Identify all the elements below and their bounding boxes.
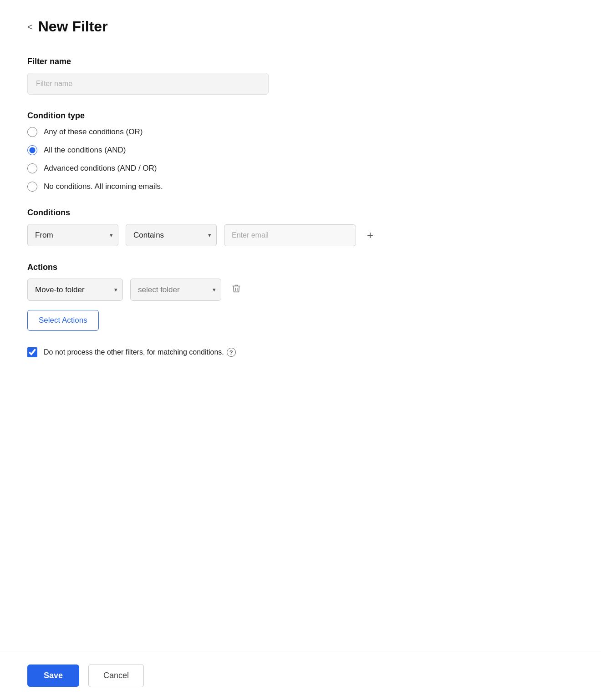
no-process-checkbox-row: Do not process the other filters, for ma…	[27, 347, 574, 357]
no-process-checkbox[interactable]	[27, 347, 37, 357]
radio-item-none[interactable]: No conditions. All incoming emails.	[27, 182, 574, 192]
footer: Save Cancel	[0, 651, 601, 700]
action-select-wrapper: Move-to folder Mark as read Delete Forwa…	[27, 279, 123, 301]
conditions-row: From To Subject Body ▾ Contains Does not…	[27, 224, 574, 246]
radio-advanced-label: Advanced conditions (AND / OR)	[44, 164, 157, 173]
radio-item-and[interactable]: All the conditions (AND)	[27, 145, 574, 155]
radio-none[interactable]	[27, 182, 37, 192]
filter-name-label: Filter name	[27, 57, 574, 66]
no-process-label: Do not process the other filters, for ma…	[44, 348, 236, 357]
condition-type-section: Condition type Any of these conditions (…	[27, 111, 574, 192]
radio-or-label: Any of these conditions (OR)	[44, 127, 143, 137]
save-button[interactable]: Save	[27, 664, 79, 687]
action-select[interactable]: Move-to folder Mark as read Delete Forwa…	[27, 279, 123, 301]
radio-none-label: No conditions. All incoming emails.	[44, 182, 163, 191]
add-condition-button[interactable]: +	[363, 228, 377, 243]
delete-action-button[interactable]	[229, 281, 244, 299]
select-actions-button[interactable]: Select Actions	[27, 310, 99, 331]
contains-select[interactable]: Contains Does not contain Is Is not	[126, 224, 217, 246]
contains-select-wrapper: Contains Does not contain Is Is not ▾	[126, 224, 217, 246]
radio-advanced[interactable]	[27, 163, 37, 173]
folder-select[interactable]: select folder Inbox Archive Spam Trash	[130, 279, 221, 301]
trash-icon	[231, 284, 241, 294]
back-icon[interactable]: <	[27, 22, 33, 31]
from-select[interactable]: From To Subject Body	[27, 224, 118, 246]
actions-row: Move-to folder Mark as read Delete Forwa…	[27, 279, 574, 301]
condition-type-label: Condition type	[27, 111, 574, 121]
cancel-button[interactable]: Cancel	[88, 664, 144, 687]
conditions-label: Conditions	[27, 208, 574, 218]
radio-item-advanced[interactable]: Advanced conditions (AND / OR)	[27, 163, 574, 173]
from-select-wrapper: From To Subject Body ▾	[27, 224, 118, 246]
page-header: < New Filter	[27, 18, 574, 35]
conditions-section: Conditions From To Subject Body ▾ Contai…	[27, 208, 574, 246]
radio-and-label: All the conditions (AND)	[44, 146, 126, 155]
actions-label: Actions	[27, 263, 574, 272]
radio-or[interactable]	[27, 127, 37, 137]
radio-item-or[interactable]: Any of these conditions (OR)	[27, 127, 574, 137]
filter-name-section: Filter name	[27, 57, 574, 95]
filter-name-input[interactable]	[27, 73, 269, 95]
condition-type-radio-group: Any of these conditions (OR) All the con…	[27, 127, 574, 192]
folder-select-wrapper: select folder Inbox Archive Spam Trash ▾	[130, 279, 221, 301]
page-title: New Filter	[38, 18, 108, 35]
actions-section: Actions Move-to folder Mark as read Dele…	[27, 263, 574, 331]
radio-and[interactable]	[27, 145, 37, 155]
email-input[interactable]	[224, 224, 356, 246]
help-icon[interactable]: ?	[227, 348, 236, 357]
